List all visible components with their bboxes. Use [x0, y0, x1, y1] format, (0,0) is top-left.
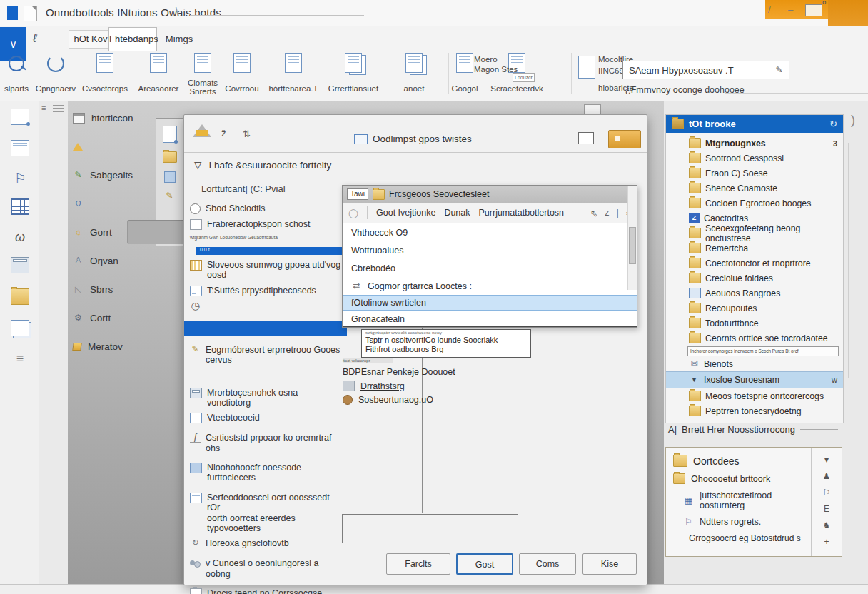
ai-item[interactable]: ⚐Ndtters rogrets. — [673, 517, 808, 527]
dialog-list-item[interactable]: ↻Horeoxa gnsclofiovtb — [187, 538, 343, 549]
ai-item[interactable]: Oortcdees — [673, 455, 808, 467]
ai-item[interactable]: Grrogsoocrd eg Botositdrud s — [673, 533, 808, 543]
z-caret-icon[interactable]: ž — [221, 128, 226, 139]
document-list-icon[interactable] — [11, 140, 29, 159]
ribbon-group-5[interactable]: Covrroou — [221, 53, 263, 97]
list-item[interactable]: BDPEsnar Penkeje Doouoet — [343, 367, 535, 377]
kise-button[interactable]: Kise — [582, 553, 637, 575]
monitor-icon[interactable] — [805, 4, 822, 16]
folder-row[interactable]: Recoupoutes — [666, 301, 843, 316]
folder-row[interactable]: Inchoror oomynorges inerwoem o Scoch Pur… — [666, 346, 843, 356]
cursor-icon[interactable]: ⇖ — [590, 208, 597, 218]
folder-row[interactable]: Ceornts orttice soe tocrodaotee — [666, 331, 843, 346]
ribbon-group-2[interactable]: Cvsóctorqps — [79, 53, 131, 97]
folder-row[interactable]: Sceoexgofeetang beong onctustrese — [666, 226, 843, 241]
toolbar-item-1[interactable]: Goot Ivejtionke — [376, 208, 435, 218]
folder-row[interactable]: Meoos foetsprie onrtcorercogs — [666, 388, 843, 403]
scanner-icon[interactable] — [11, 257, 29, 276]
flag-outline-icon[interactable]: ⚐ — [823, 488, 831, 498]
popup-scrollbar[interactable] — [627, 186, 637, 290]
folder-row[interactable]: ▼Ixosfoe Suroesnamw — [666, 371, 843, 388]
app-logo-icon[interactable] — [7, 6, 18, 20]
dialog-list-item[interactable]: Frabreractopkspon schost — [187, 219, 343, 230]
ribbon-group-1[interactable]: Cpngnaerv — [34, 53, 77, 97]
folder-row[interactable]: Shence Cnamoste — [666, 181, 843, 196]
edge-scroll-line[interactable] — [848, 143, 849, 378]
dialog-list-item[interactable]: Vteebtoeoeid — [187, 413, 343, 423]
ribbon-tab-2-active[interactable]: Fhtebdanps — [108, 27, 157, 51]
popup-list-item[interactable]: fOtolinow swrtielen — [343, 295, 637, 311]
pin-icon[interactable]: ✎ — [774, 66, 784, 75]
dialog-list-item[interactable]: 0 0 t — [196, 247, 342, 255]
nav-item[interactable]: Meratov — [73, 341, 184, 352]
ribbon-group-0[interactable]: slparts — [0, 53, 33, 97]
dialog-list-item[interactable]: Nioohohoocfr ooessode furttoclecers — [187, 463, 343, 483]
nav-item[interactable]: ⚙Cortt — [73, 313, 184, 323]
ai-item[interactable]: ▦|uttschotcxtetlrood oosturnterg — [673, 490, 808, 510]
folder-row[interactable]: ✉Bienots — [666, 356, 843, 371]
knight-icon[interactable]: ♞ — [823, 520, 831, 530]
folder-row[interactable]: Sootrood Cesspossi — [666, 151, 843, 166]
coms-button[interactable]: Coms — [519, 553, 576, 575]
table-icon[interactable] — [11, 198, 29, 218]
nav-item[interactable]: ♙Orjvan — [73, 256, 184, 266]
mail-document-icon[interactable] — [578, 56, 595, 79]
folder-row[interactable]: Mtgrnougnxes3 — [666, 136, 843, 151]
folder-row[interactable]: Cocioen Egroctoeo booges — [666, 196, 843, 211]
farclts-button[interactable]: Farclts — [386, 553, 450, 575]
filter-row[interactable]: ▽ I hafe &esuuraoocite fortteity — [194, 159, 331, 171]
menu-lines-icon[interactable]: ≡ — [11, 351, 29, 366]
dialog-list-item[interactable]: ✎Eogrmóbresort erprretrooo Gooes cervus — [187, 345, 343, 366]
gost-button-default[interactable]: Gost — [456, 553, 513, 575]
folder-icon[interactable] — [11, 288, 29, 308]
toolbar-item-3[interactable]: Purrjumatatbotlertosn — [479, 208, 565, 218]
ai-item[interactable]: Ohooooetut brttoork — [673, 473, 808, 484]
dialog-list-item[interactable]: Sloveoos srumwog gpoea utd'vog oosd — [187, 260, 343, 281]
chevron-down-icon[interactable]: ▾ — [824, 455, 829, 465]
search-box[interactable]: ✎ — [622, 61, 789, 79]
copy-icon[interactable] — [11, 320, 29, 339]
export-document-icon[interactable] — [11, 109, 29, 128]
ribbon-tab-1[interactable]: hOt Kov — [69, 30, 113, 49]
folder-row[interactable]: Coectotonctor et rnoprtrore — [666, 256, 843, 271]
dialog-list-item[interactable]: v Cunoesl o oeonlungoresl a oobng — [187, 558, 343, 579]
ribbon-group-8[interactable]: anoet — [385, 53, 443, 97]
list-item[interactable]: Sosbeortunaog.uO — [343, 395, 535, 405]
letter-e-icon[interactable]: E — [824, 504, 829, 514]
popup-list-item[interactable]: ⇄Gogmor grtarrca Looctes : — [343, 277, 637, 295]
search-input[interactable] — [627, 64, 771, 76]
dialog-list-item[interactable]: ◷ — [187, 301, 343, 312]
z-icon[interactable]: z — [605, 208, 609, 218]
warning-paint-icon[interactable] — [193, 124, 211, 137]
folder-row[interactable]: Todoturttbnce — [666, 316, 843, 331]
dialog-list-item[interactable]: Mrorbtoçesnohek osna vonctiotorg — [187, 388, 343, 408]
scrollbar-thumb[interactable] — [629, 227, 636, 264]
refresh-icon[interactable]: ↻ — [829, 119, 837, 129]
circle-icon[interactable]: ◯ — [348, 208, 358, 218]
list-item[interactable]: Drrathstsrg — [343, 381, 535, 391]
ribbon-group-7[interactable]: Grrerttlansuet — [323, 53, 384, 97]
background-input-field[interactable] — [127, 220, 185, 244]
dialog-list-item[interactable]: T:Suttés prpysdtiphecoseds — [187, 286, 343, 296]
right-panel-header[interactable]: tOt brooke ↻ — [666, 115, 843, 133]
outline-box-icon[interactable] — [578, 132, 594, 144]
flag-icon[interactable]: ⚐ — [11, 171, 29, 186]
folder-row[interactable]: Crecioiue foidaes — [666, 271, 843, 286]
plus-icon[interactable]: + — [824, 537, 829, 547]
folder-row[interactable]: Aeouoos Rangroes — [666, 286, 843, 301]
dialog-list-item[interactable]: Sbod Shclodtls — [187, 203, 343, 214]
popup-titlebar[interactable]: Tawi Frcsgeoos Seovecfesleet — [343, 186, 637, 203]
pawn-icon[interactable]: ♟ — [823, 471, 831, 481]
updown-arrows-icon[interactable]: ⇅ — [243, 129, 251, 139]
bar-icon[interactable]: | — [616, 208, 618, 218]
yellow-action-button[interactable] — [608, 130, 641, 148]
popup-list-item[interactable]: Gronacafealn — [343, 311, 637, 327]
folder-row[interactable]: Peptrren tonecsrydoetng — [666, 403, 843, 418]
ribbon-group-3[interactable]: Areasoorer — [131, 53, 186, 97]
folder-row[interactable]: Eraon C) Soese — [666, 166, 843, 181]
window-slash-icon[interactable]: / — [768, 4, 771, 15]
handwriting-icon[interactable]: ω — [11, 230, 29, 245]
popup-system-button[interactable]: Tawi — [347, 188, 368, 200]
ribbon-group-4[interactable]: Clomats Snrerts — [184, 53, 221, 97]
dialog-list-item[interactable]: ƒCsrtioststd prpoaor ko oremrtraf ohs — [187, 433, 343, 453]
